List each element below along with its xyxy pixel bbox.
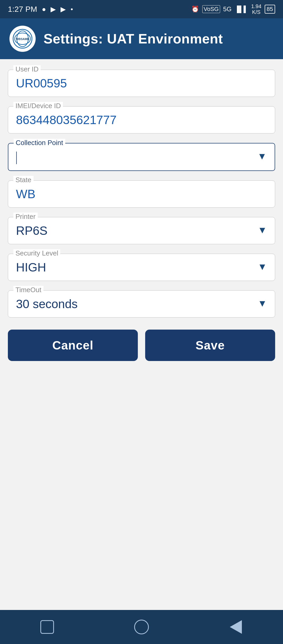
printer-row: RP6S ▼: [16, 223, 267, 238]
speed-label: 1.94K/S: [251, 3, 262, 15]
nav-home-button[interactable]: [131, 617, 152, 637]
whatsapp-icon: ●: [42, 5, 46, 13]
save-button[interactable]: Save: [145, 330, 275, 361]
timeout-row: 30 seconds ▼: [16, 296, 267, 311]
collection-point-value: [16, 149, 17, 164]
back-icon: [230, 620, 242, 634]
status-left: 1:27 PM ● ▶ ▶ •: [8, 5, 73, 14]
imei-field: IMEI/Device ID 863448035621777: [8, 106, 275, 134]
collection-point-field[interactable]: Collection Point ▼: [8, 143, 275, 171]
battery-indicator: 85: [265, 5, 275, 14]
user-id-label: User ID: [13, 65, 41, 73]
app-title: Settings: UAT Environment: [43, 31, 223, 47]
security-level-label: Security Level: [13, 249, 60, 257]
button-row: Cancel Save: [8, 327, 275, 366]
signal-icon: ▐▌▌: [235, 5, 248, 13]
wbsamb-logo-svg: WBSAMB: [12, 28, 33, 49]
timeout-dropdown-arrow[interactable]: ▼: [258, 298, 267, 309]
status-bar: 1:27 PM ● ▶ ▶ • ⏰ VoSG 5G ▐▌▌ 1.94K/S 85: [0, 0, 283, 18]
printer-dropdown-arrow[interactable]: ▼: [258, 225, 267, 236]
collection-point-label: Collection Point: [14, 139, 65, 147]
user-id-field: User ID UR00595: [8, 70, 275, 97]
security-level-dropdown-arrow[interactable]: ▼: [258, 261, 267, 272]
imei-value[interactable]: 863448035621777: [16, 112, 267, 127]
state-field: State WB: [8, 180, 275, 208]
printer-label: Printer: [13, 213, 38, 221]
user-id-value[interactable]: UR00595: [16, 75, 267, 90]
printer-field[interactable]: Printer RP6S ▼: [8, 217, 275, 244]
timeout-field[interactable]: TimeOut 30 seconds ▼: [8, 290, 275, 318]
network-label: 5G: [223, 5, 232, 13]
home-icon: [134, 620, 149, 634]
svg-text:WBSAMB: WBSAMB: [16, 37, 29, 41]
security-level-value: HIGH: [16, 259, 46, 274]
security-level-row: HIGH ▼: [16, 259, 267, 274]
nav-recent-button[interactable]: [37, 617, 58, 637]
recent-apps-icon: [40, 620, 54, 634]
security-level-field[interactable]: Security Level HIGH ▼: [8, 254, 275, 281]
status-time: 1:27 PM: [8, 5, 37, 14]
youtube-icon: ▶: [51, 5, 56, 13]
app-header: WBSAMB Settings: UAT Environment: [0, 18, 283, 59]
timeout-value: 30 seconds: [16, 296, 78, 311]
collection-point-dropdown-arrow[interactable]: ▼: [257, 151, 267, 162]
printer-value: RP6S: [16, 223, 47, 238]
youtube2-icon: ▶: [61, 5, 66, 13]
imei-label: IMEI/Device ID: [13, 102, 63, 110]
nav-bar: [0, 610, 283, 644]
main-content: User ID UR00595 IMEI/Device ID 863448035…: [0, 59, 283, 610]
text-cursor: [16, 152, 17, 164]
state-label: State: [13, 176, 34, 184]
app-logo: WBSAMB: [9, 26, 36, 52]
vosg-label: VoSG: [202, 5, 220, 13]
collection-point-row: ▼: [16, 149, 267, 164]
alarm-icon: ⏰: [191, 5, 199, 13]
cancel-button[interactable]: Cancel: [8, 330, 138, 361]
timeout-label: TimeOut: [13, 286, 43, 294]
state-value[interactable]: WB: [16, 186, 267, 201]
dot-icon: •: [70, 5, 73, 13]
nav-back-button[interactable]: [225, 617, 246, 637]
status-right: ⏰ VoSG 5G ▐▌▌ 1.94K/S 85: [191, 3, 275, 15]
